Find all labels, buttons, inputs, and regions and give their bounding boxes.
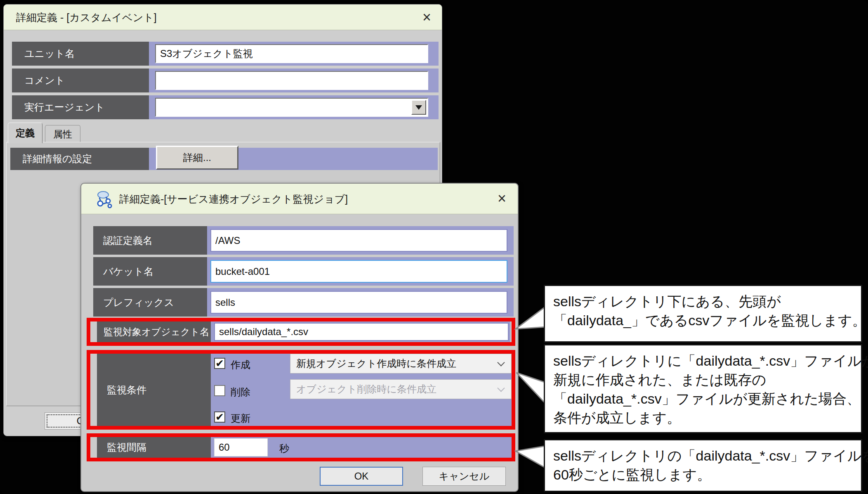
callout1-pointer (516, 305, 547, 329)
callout-line: sellsディレクトリに「dailydata_*.csv」ファイルが (553, 351, 861, 370)
comment-label: コメント (12, 69, 149, 92)
callout-line: sellsディレクトリ下にある、先頭が (553, 292, 861, 311)
checkbox-delete-label: 削除 (231, 385, 250, 399)
bucket-name-input[interactable]: bucket-a001 (210, 260, 507, 283)
close-icon[interactable]: × (498, 191, 506, 206)
callout-line: 「dailydata_」であるcsvファイルを監視します。 (553, 311, 861, 330)
callout-line: sellsディレクトリの「dailydata_*.csv」ファイルを (553, 446, 861, 465)
create-condition-dropdown[interactable]: 新規オブジェクト作成時に条件成立 (290, 354, 512, 373)
auth-name-label: 認証定義名 (93, 226, 207, 255)
callout-line: 60秒ごとに監視します。 (553, 465, 861, 484)
screenshot-canvas: 詳細定義 - [カスタムイベント] × ユニット名 S3オブジェクト監視 コメン… (0, 0, 868, 494)
auth-name-input[interactable]: /AWS (210, 229, 507, 252)
check-icon: ✔ (215, 411, 224, 423)
dialog-title: 詳細定義 - [カスタムイベント] (16, 10, 157, 24)
tab-definition[interactable]: 定義 (8, 123, 42, 143)
check-icon: ✔ (215, 357, 224, 369)
object-name-input[interactable]: sells/dailydata_*.csv (214, 323, 509, 341)
bucket-name-label: バケット名 (93, 257, 207, 286)
checkbox-delete[interactable] (214, 385, 225, 396)
ok-button[interactable]: OK (320, 467, 403, 486)
tab-attribute-label: 属性 (53, 128, 72, 141)
combo-dropdown-button[interactable] (411, 100, 426, 115)
checkbox-create[interactable]: ✔ (214, 358, 225, 369)
checkbox-update[interactable]: ✔ (214, 411, 225, 423)
interval-unit-label: 秒 (279, 442, 289, 455)
highlight-box-watch-condition: 監視条件 ✔ 作成 新規オブジェクト作成時に条件成立 削除 オブジェクト削除時に… (87, 350, 515, 430)
delete-condition-dropdown: オブジェクト削除時に条件成立 (290, 379, 512, 399)
object-name-label: 監視対象オブジェクト名 (97, 321, 211, 342)
prefix-input[interactable]: sells (210, 291, 507, 314)
callout-line: 新規に作成された、または既存の (553, 370, 861, 389)
callout-object-name: sellsディレクトリ下にある、先頭が 「dailydata_」であるcsvファ… (544, 285, 862, 343)
highlight-box-object-name: 監視対象オブジェクト名 sells/dailydata_*.csv (87, 318, 515, 346)
callout-watch-condition: sellsディレクトリに「dailydata_*.csv」ファイルが 新規に作成… (544, 344, 862, 433)
interval-input[interactable]: 60 (214, 438, 268, 456)
triangle-down-icon (415, 105, 422, 110)
callout2-pointer (517, 373, 547, 405)
unit-name-label: ユニット名 (12, 42, 149, 66)
prefix-label: プレフィックス (93, 288, 207, 317)
callout3-pointer (516, 446, 547, 469)
chevron-down-icon (497, 384, 505, 392)
chevron-down-icon (497, 359, 505, 366)
watch-condition-label: 監視条件 (97, 354, 211, 426)
exec-agent-combobox[interactable] (155, 98, 428, 117)
checkbox-update-label: 更新 (231, 412, 250, 425)
exec-agent-label: 実行エージェント (12, 95, 149, 119)
callout-line: 「dailydata_*.csv」ファイルが更新された場合、 (553, 389, 861, 408)
cancel-button[interactable]: キャンセル (422, 467, 506, 486)
close-icon[interactable]: × (422, 10, 431, 25)
callout-interval: sellsディレクトリの「dailydata_*.csv」ファイルを 60秒ごと… (544, 439, 862, 492)
create-condition-value: 新規オブジェクト作成時に条件成立 (296, 357, 456, 370)
tab-attribute[interactable]: 属性 (45, 125, 80, 143)
delete-condition-value: オブジェクト削除時に条件成立 (296, 383, 436, 396)
detail-setting-label: 詳細情報の設定 (10, 148, 149, 170)
service-link-job-icon (95, 189, 113, 208)
detail-button[interactable]: 詳細... (156, 146, 238, 170)
interval-label: 監視間隔 (97, 437, 211, 458)
unit-name-input[interactable]: S3オブジェクト監視 (155, 44, 428, 63)
tab-definition-label: 定義 (16, 127, 35, 139)
checkbox-create-label: 作成 (231, 358, 250, 371)
dialog-titlebar[interactable]: 詳細定義-[サービス連携オブジェクト監視ジョブ] × (81, 184, 518, 214)
dialog-title: 詳細定義-[サービス連携オブジェクト監視ジョブ] (119, 192, 348, 206)
comment-input[interactable] (155, 71, 428, 90)
callout-line: 条件が成立します。 (553, 408, 861, 427)
dialog-titlebar[interactable]: 詳細定義 - [カスタムイベント] × (4, 5, 442, 30)
highlight-box-interval: 監視間隔 60 秒 (87, 433, 515, 461)
dialog-object-monitoring-job: 詳細定義-[サービス連携オブジェクト監視ジョブ] × 認証定義名 /AWS バケ… (80, 183, 519, 492)
